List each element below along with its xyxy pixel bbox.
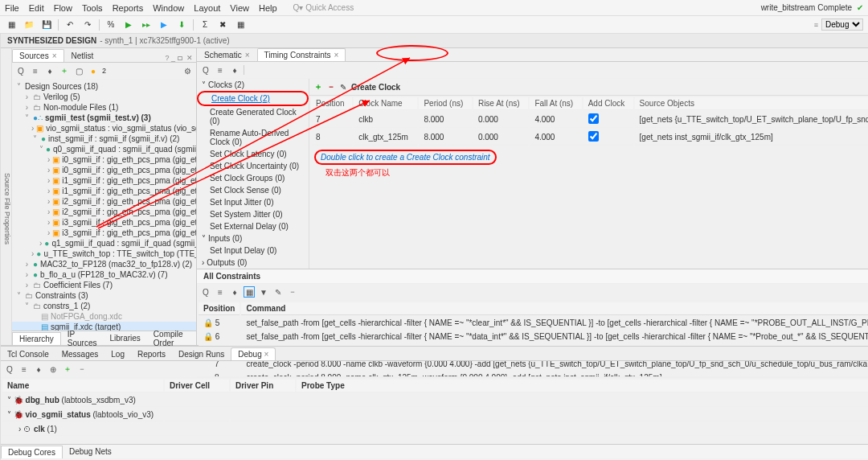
stop-icon[interactable]: ✖ xyxy=(216,18,229,31)
tc-remove-icon[interactable]: － xyxy=(327,81,335,92)
tc-collapse-icon[interactable]: ≡ xyxy=(215,64,226,76)
lt-drules[interactable]: Design Runs xyxy=(172,348,231,360)
tree-inst[interactable]: ˅●inst_sgmii_if : sgmii_if (sgmii_if.v) … xyxy=(12,133,196,144)
tree-verilog[interactable]: ›🗀Verilog (5) xyxy=(12,92,196,102)
menu-flow[interactable]: Flow xyxy=(54,3,72,13)
debug-row[interactable]: › ⏲ clk (1) xyxy=(2,423,868,436)
tc-hint[interactable]: Double click to create a Create Clock co… xyxy=(314,150,497,165)
lt-debug[interactable]: Debug × xyxy=(231,347,276,360)
ac-row[interactable]: 🔒 5set_false_path -from [get_cells -hier… xyxy=(199,317,868,329)
ac-collapse-icon[interactable]: ≡ xyxy=(215,286,226,298)
dbg-remove-icon[interactable]: － xyxy=(76,363,88,375)
tree-mac32[interactable]: ›●MAC32_to_FP128 (mac32_to_fp128.v) (2) xyxy=(12,259,196,269)
tc-indelay[interactable]: Set Input Delay (0) xyxy=(197,244,309,257)
tc-expand-icon[interactable]: ♦ xyxy=(229,64,240,76)
tc-sense[interactable]: Set Clock Sense (0) xyxy=(197,184,309,196)
addclock-cb[interactable] xyxy=(588,113,599,124)
tc-injitter[interactable]: Set Input Jitter (0) xyxy=(197,196,309,208)
tc-clocks[interactable]: ˅Clocks (2) xyxy=(197,79,309,91)
tc-groups[interactable]: Set Clock Groups (0) xyxy=(197,172,309,184)
tc-extdelay[interactable]: Set External Delay (0) xyxy=(197,220,309,232)
tree-i1b[interactable]: ›▣i1_sgmii_if : gig_eth_pcs_pma (gig_eth… xyxy=(12,186,196,196)
tc-search-icon[interactable]: Q xyxy=(200,64,211,76)
run-icon[interactable] xyxy=(122,18,135,31)
tc-rename[interactable]: Rename Auto-Derived Clock (0) xyxy=(197,127,309,148)
dbg-collapse-icon[interactable]: ≡ xyxy=(18,363,30,375)
tree-notfpga[interactable]: ▤NotFPGA_dong.xdc xyxy=(12,311,196,322)
tree-design-sources[interactable]: ˅Design Sources (18) xyxy=(12,81,196,92)
open-icon[interactable]: 📁 xyxy=(23,18,35,31)
bit-icon[interactable]: ⬇ xyxy=(175,18,188,31)
tc-create-clock[interactable]: Create Clock (2) xyxy=(197,91,309,106)
debug-row[interactable]: ˅ 🐞 dbg_hub (labtools_xsdbm_v3) xyxy=(2,394,868,407)
tc-create-gen[interactable]: Create Generated Clock (0) xyxy=(197,106,309,127)
redo-icon[interactable]: ↷ xyxy=(81,18,94,31)
next-icon[interactable]: ▸▸ xyxy=(140,18,153,31)
undo-icon[interactable]: ↶ xyxy=(63,18,76,31)
lt-messages[interactable]: Messages xyxy=(55,348,105,360)
collapse-icon[interactable]: ≡ xyxy=(30,65,41,76)
tree-i0b[interactable]: ›▣i0_sgmii_if : gig_eth_pcs_pma (gig_eth… xyxy=(12,165,196,175)
settings-icon[interactable]: % xyxy=(104,18,117,31)
bt-hierarchy[interactable]: Hierarchy xyxy=(12,332,61,345)
sources-tab[interactable]: Sources× xyxy=(12,49,64,62)
clock-row[interactable]: 8clk_gtx_125m8.000 0.0004.000[get_nets i… xyxy=(311,129,868,146)
tree-utte[interactable]: ›●u_TTE_switch_top : TTE_switch_top (TTE… xyxy=(12,248,196,259)
tree-i1[interactable]: ›▣i1_sgmii_if : gig_eth_pcs_pma (gig_eth… xyxy=(12,175,196,186)
tc-outputs[interactable]: ›Outputs (0) xyxy=(197,257,309,269)
tc-inputs[interactable]: ˅Inputs (0) xyxy=(197,232,309,244)
ac-remove-icon[interactable]: － xyxy=(287,286,298,298)
tree-i3[interactable]: ›▣i3_sgmii_if : gig_eth_pcs_pma (gig_eth… xyxy=(12,217,196,228)
menu-layout[interactable]: Layout xyxy=(194,3,220,13)
bt-debug-cores[interactable]: Debug Cores xyxy=(1,446,63,458)
tc-edit-icon[interactable]: ✎ xyxy=(340,83,346,92)
tree-bflo[interactable]: ›●b_flo_a_u (FP128_to_MAC32.v) (7) xyxy=(12,269,196,280)
layout-selector[interactable]: Debug xyxy=(821,18,863,31)
tree-coeff[interactable]: ›🗀Coefficient Files (7) xyxy=(12,280,196,290)
clock-row[interactable]: 7clkb8.000 0.0004.000[get_nets {u_TTE_sw… xyxy=(311,112,868,128)
tree-i2b[interactable]: ›▣i2_sgmii_if : gig_eth_pcs_pma (gig_eth… xyxy=(12,207,196,217)
netlist-tab[interactable]: Netlist xyxy=(64,49,101,62)
dashboard-icon[interactable]: ▦ xyxy=(234,18,247,31)
add-icon[interactable]: ＋ xyxy=(59,65,70,76)
lt-reports[interactable]: Reports xyxy=(131,348,172,360)
menu-view[interactable]: View xyxy=(230,3,249,13)
new-project-icon[interactable]: ▦ xyxy=(5,18,18,31)
menu-window[interactable]: Window xyxy=(153,3,184,13)
ac-expand-icon[interactable]: ♦ xyxy=(229,286,240,298)
expand-icon[interactable]: ♦ xyxy=(44,65,55,76)
debug-row[interactable]: ˅ 🐞 vio_sgmii_status (labtools_vio_v3) xyxy=(2,409,868,421)
ac-edit-icon[interactable]: ✎ xyxy=(272,286,284,298)
dbg-search-icon[interactable]: Q xyxy=(4,363,15,375)
addclock-cb[interactable] xyxy=(588,131,599,142)
timing-tab[interactable]: Timing Constraints× xyxy=(257,48,346,61)
tc-add-icon[interactable]: ＋ xyxy=(314,81,322,92)
source-file-properties-tab[interactable]: Source File Properties xyxy=(1,48,12,345)
search-icon[interactable]: Q xyxy=(15,65,27,76)
warn-icon[interactable]: ● xyxy=(88,65,99,76)
tree-q1[interactable]: ›●q1_sgmii_if_quad : sgmii_if_quad (sgmi… xyxy=(12,238,196,248)
menu-tools[interactable]: Tools xyxy=(82,3,103,13)
ac-filter-icon[interactable]: ▼ xyxy=(258,286,269,298)
dbg-expand-icon[interactable]: ♦ xyxy=(33,363,44,375)
menu-reports[interactable]: Reports xyxy=(113,3,144,13)
tree-i0[interactable]: ›▣i0_sgmii_if : gig_eth_pcs_pma (gig_eth… xyxy=(12,154,196,165)
ac-group-icon[interactable]: ▦ xyxy=(244,286,255,298)
bt-libraries[interactable]: Libraries xyxy=(103,332,146,344)
menu-help[interactable]: Help xyxy=(259,3,277,13)
tree-constrs1[interactable]: ˅🗀constrs_1 (2) xyxy=(12,301,196,311)
tree-constraints[interactable]: ˅🗀Constraints (3) xyxy=(12,290,196,301)
tree-i2[interactable]: ›▣i2_sgmii_if : gig_eth_pcs_pma (gig_eth… xyxy=(12,196,196,207)
tree-vio[interactable]: ›▣vio_sgmii_status : vio_sgmii_status (v… xyxy=(12,123,196,133)
tc-latency[interactable]: Set Clock Latency (0) xyxy=(197,148,309,160)
tree-nonmodule[interactable]: ›🗀Non-module Files (1) xyxy=(12,102,196,113)
tc-sysjitter[interactable]: Set System Jitter (0) xyxy=(197,208,309,220)
ac-row[interactable]: 🔒 6set_false_path -from [get_cells -hier… xyxy=(199,331,868,343)
ac-search-icon[interactable]: Q xyxy=(200,286,211,298)
lt-tcl[interactable]: Tcl Console xyxy=(1,348,55,360)
menu-file[interactable]: File xyxy=(5,3,19,13)
save-icon[interactable]: 💾 xyxy=(40,18,53,31)
gear-icon[interactable] xyxy=(182,65,193,76)
quick-access[interactable]: Q▾ Quick Access xyxy=(293,3,354,12)
impl-icon[interactable]: ▶ xyxy=(158,18,170,31)
